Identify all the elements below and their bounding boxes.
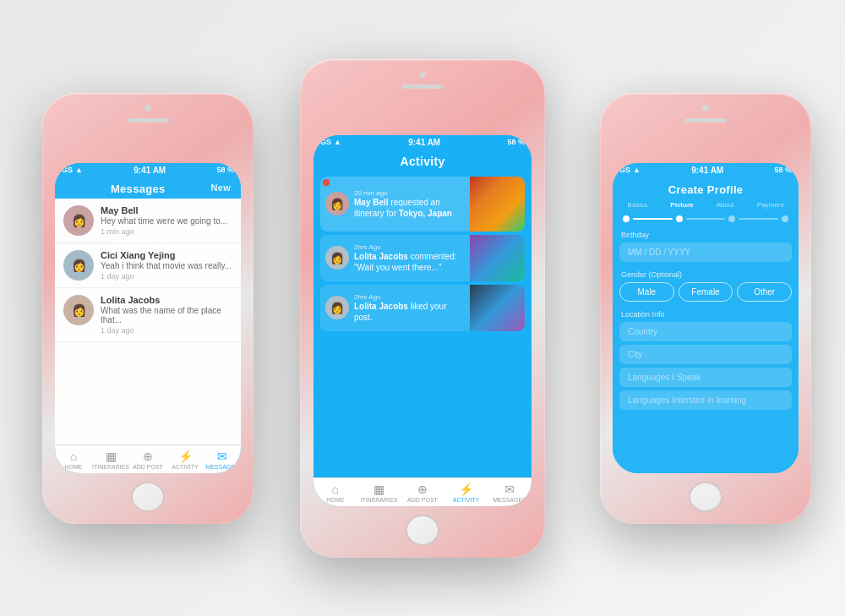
activity-message: May Bell requested an itinerary for Toky…	[354, 197, 465, 219]
tab-label: ADD POST	[407, 497, 438, 503]
tab-messages[interactable]: ✉ MESSAGES	[204, 445, 241, 473]
home-button-center[interactable]	[406, 515, 439, 545]
speaker-right	[684, 118, 727, 123]
activity-item-1[interactable]: 👩 20 min ago May Bell requested an itine…	[320, 177, 525, 232]
tab-basics[interactable]: Basics	[628, 201, 648, 209]
wifi-icon: ▲	[75, 166, 83, 174]
tab-payment[interactable]: Payment	[757, 201, 784, 209]
tab-itineraries[interactable]: ▦ ITINERARIES	[92, 445, 129, 473]
activity-message: Lolita Jacobs commented: "Wait you went …	[354, 251, 465, 273]
tab-label: HOME	[326, 497, 344, 503]
gender-male-button[interactable]: Male	[619, 282, 674, 302]
tab-activity[interactable]: ⚡ ACTIVITY	[444, 478, 488, 506]
signals-left: GS ▲	[62, 166, 83, 174]
avatar: 👩	[325, 192, 349, 215]
camera-left	[144, 105, 151, 112]
activity-nav: Activity	[313, 150, 532, 172]
activity-item-3[interactable]: 👩 2hrs Ago Lolita Jacobs liked your post…	[320, 285, 525, 331]
progress-dot-3	[728, 215, 735, 222]
activity-image	[470, 177, 525, 232]
list-item[interactable]: 👩 Lolita Jacobs What was the name of the…	[55, 288, 241, 342]
tab-activity[interactable]: ⚡ ACTIVITY	[166, 445, 204, 473]
notification-dot	[323, 179, 330, 186]
activity-icon: ⚡	[178, 450, 193, 462]
birthday-label: Birthday	[613, 227, 799, 241]
avatar: 👩	[63, 295, 94, 325]
city-input[interactable]: City	[619, 345, 792, 364]
avatar: 👩	[325, 296, 349, 319]
itineraries-icon: ▦	[373, 483, 384, 495]
tab-bar-center: ⌂ HOME ▦ ITINERARIES ⊕ ADD POST ⚡ ACTIVI…	[313, 477, 532, 506]
status-bar-right: GS ▲ 9:41 AM 58 %	[613, 163, 799, 177]
camera-right	[702, 105, 709, 112]
progress-dot-4	[782, 215, 788, 222]
tab-bar-left: ⌂ HOME ▦ ITINERARIES ⊕ ADD POST ⚡ ACTIVI…	[55, 444, 241, 473]
tab-about[interactable]: About	[717, 201, 734, 209]
tab-add-post[interactable]: ⊕ ADD POST	[129, 445, 166, 473]
tab-label: HOME	[65, 464, 83, 470]
profile-form: Birthday MM / DD / YYYY Gender (Optional…	[613, 227, 799, 473]
progress-track-3	[739, 218, 778, 220]
phone-messages: GS ▲ 9:41 AM 58 % Messages New 👩	[42, 93, 254, 524]
progress-track-2	[686, 218, 726, 220]
tab-picture[interactable]: Picture	[670, 201, 693, 209]
gender-label: Gender (Optional)	[613, 267, 799, 281]
battery-center: 58 %	[507, 138, 525, 146]
activity-time: 2hrs Ago	[354, 293, 465, 301]
speaker-center	[401, 84, 444, 89]
activity-time: 20 min ago	[354, 189, 465, 197]
activity-list: 👩 20 min ago May Bell requested an itine…	[313, 172, 532, 478]
country-input[interactable]: Country	[619, 322, 792, 341]
status-bar-center: GS ▲ 9:41 AM 58 %	[313, 135, 532, 150]
speaker-left	[127, 118, 169, 123]
activity-message: Lolita Jacobs liked your post.	[354, 301, 465, 323]
birthday-input[interactable]: MM / DD / YYYY	[619, 243, 792, 262]
activity-screen: GS ▲ 9:41 AM 58 % Activity 👩	[313, 135, 532, 507]
time-left: 9:41 AM	[134, 166, 166, 175]
tab-label: ACTIVITY	[172, 464, 199, 470]
wifi-icon: ▲	[633, 166, 641, 174]
message-time: 1 min ago	[101, 227, 232, 236]
phone-profile: GS ▲ 9:41 AM 58 % Create Profile Basics …	[600, 93, 811, 524]
tab-label: ITINERARIES	[360, 497, 397, 503]
languages-speak-input[interactable]: Languages I Speak	[619, 368, 792, 387]
tab-messages[interactable]: ✉ MESSAGES	[488, 478, 532, 506]
progress-dot-2	[676, 215, 683, 222]
avatar: 👩	[63, 205, 94, 236]
profile-tab-row: Basics Picture About Payment	[613, 199, 799, 212]
home-button-left[interactable]	[131, 482, 165, 512]
list-item[interactable]: 👩 Cici Xiang Yejing Yeah i think that mo…	[55, 243, 241, 288]
tab-add-post[interactable]: ⊕ ADD POST	[401, 478, 444, 506]
progress-track-1	[633, 218, 673, 220]
time-center: 9:41 AM	[408, 138, 440, 147]
message-content: Lolita Jacobs What was the name of the p…	[101, 295, 232, 335]
gender-other-button[interactable]: Other	[737, 282, 792, 302]
profile-title: Create Profile	[668, 183, 744, 196]
tab-label: ADD POST	[133, 464, 163, 470]
sender-name: Cici Xiang Yejing	[101, 250, 232, 260]
list-item[interactable]: 👩 May Bell Hey what time were we going t…	[55, 199, 241, 243]
status-bar-left: GS ▲ 9:41 AM 58 %	[55, 163, 241, 177]
activity-text: 2hrs Ago Lolita Jacobs commented: "Wait …	[354, 238, 470, 278]
new-button[interactable]: New	[210, 183, 231, 195]
activity-image	[470, 285, 525, 331]
languages-learning-input[interactable]: Languages Intersted in learning	[619, 390, 792, 410]
message-preview: Yeah i think that movie was really...	[101, 261, 232, 270]
tab-home[interactable]: ⌂ HOME	[55, 445, 92, 473]
activity-item-2[interactable]: 👩 2hrs Ago Lolita Jacobs commented: "Wai…	[320, 235, 525, 281]
activity-icon: ⚡	[459, 483, 473, 495]
avatar: 👩	[63, 250, 94, 281]
tab-label: MESSAGES	[205, 464, 238, 470]
message-content: May Bell Hey what time were we going to.…	[101, 205, 232, 236]
time-right: 9:41 AM	[691, 166, 723, 175]
tab-home[interactable]: ⌂ HOME	[313, 478, 357, 506]
itineraries-icon: ▦	[106, 450, 117, 462]
messages-icon: ✉	[217, 450, 227, 462]
carrier-left: GS	[62, 166, 73, 174]
tab-itineraries[interactable]: ▦ ITINERARIES	[357, 478, 401, 506]
gender-female-button[interactable]: Female	[679, 282, 733, 302]
home-button-right[interactable]	[689, 482, 722, 512]
phone-activity: GS ▲ 9:41 AM 58 % Activity 👩	[300, 59, 545, 558]
signals-right: GS ▲	[619, 166, 641, 174]
battery-right: 58 %	[774, 166, 792, 174]
